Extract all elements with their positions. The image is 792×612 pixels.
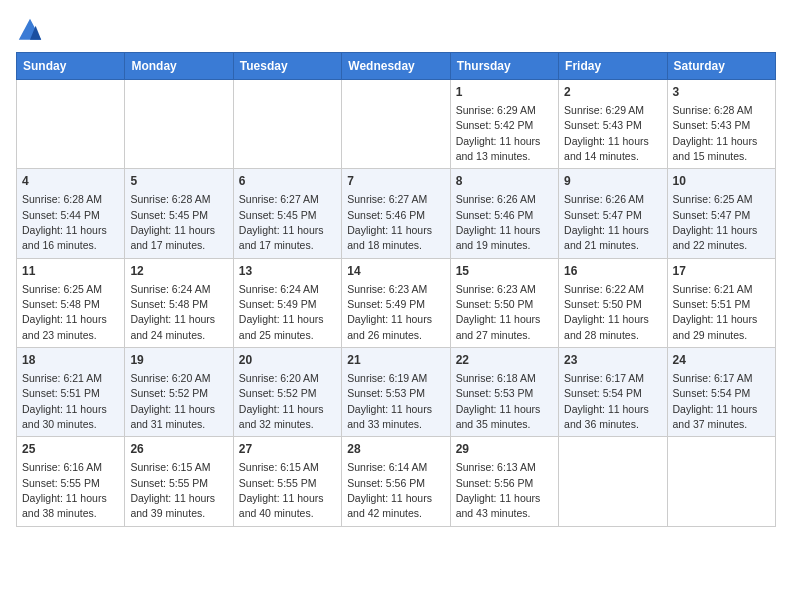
day-number: 4 [22,173,119,190]
header [16,16,776,44]
calendar-cell: 17Sunrise: 6:21 AMSunset: 5:51 PMDayligh… [667,258,775,347]
day-number: 22 [456,352,553,369]
calendar-cell: 24Sunrise: 6:17 AMSunset: 5:54 PMDayligh… [667,348,775,437]
calendar-cell: 18Sunrise: 6:21 AMSunset: 5:51 PMDayligh… [17,348,125,437]
day-number: 21 [347,352,444,369]
calendar-cell: 2Sunrise: 6:29 AMSunset: 5:43 PMDaylight… [559,80,667,169]
calendar-cell: 7Sunrise: 6:27 AMSunset: 5:46 PMDaylight… [342,169,450,258]
calendar-cell: 9Sunrise: 6:26 AMSunset: 5:47 PMDaylight… [559,169,667,258]
day-number: 7 [347,173,444,190]
calendar-cell [559,437,667,526]
day-info: Sunrise: 6:13 AMSunset: 5:56 PMDaylight:… [456,461,541,519]
day-number: 28 [347,441,444,458]
day-info: Sunrise: 6:24 AMSunset: 5:49 PMDaylight:… [239,283,324,341]
calendar-cell: 22Sunrise: 6:18 AMSunset: 5:53 PMDayligh… [450,348,558,437]
day-info: Sunrise: 6:25 AMSunset: 5:47 PMDaylight:… [673,193,758,251]
day-number: 26 [130,441,227,458]
day-number: 12 [130,263,227,280]
day-info: Sunrise: 6:27 AMSunset: 5:45 PMDaylight:… [239,193,324,251]
day-number: 6 [239,173,336,190]
calendar-cell: 5Sunrise: 6:28 AMSunset: 5:45 PMDaylight… [125,169,233,258]
calendar-header-row: SundayMondayTuesdayWednesdayThursdayFrid… [17,53,776,80]
day-info: Sunrise: 6:17 AMSunset: 5:54 PMDaylight:… [564,372,649,430]
calendar-cell: 8Sunrise: 6:26 AMSunset: 5:46 PMDaylight… [450,169,558,258]
day-header-sunday: Sunday [17,53,125,80]
day-info: Sunrise: 6:29 AMSunset: 5:42 PMDaylight:… [456,104,541,162]
day-info: Sunrise: 6:17 AMSunset: 5:54 PMDaylight:… [673,372,758,430]
day-info: Sunrise: 6:20 AMSunset: 5:52 PMDaylight:… [130,372,215,430]
calendar-week-row: 4Sunrise: 6:28 AMSunset: 5:44 PMDaylight… [17,169,776,258]
day-number: 10 [673,173,770,190]
calendar-cell: 10Sunrise: 6:25 AMSunset: 5:47 PMDayligh… [667,169,775,258]
day-header-thursday: Thursday [450,53,558,80]
day-info: Sunrise: 6:26 AMSunset: 5:47 PMDaylight:… [564,193,649,251]
day-number: 23 [564,352,661,369]
day-number: 25 [22,441,119,458]
calendar-week-row: 25Sunrise: 6:16 AMSunset: 5:55 PMDayligh… [17,437,776,526]
day-number: 17 [673,263,770,280]
day-number: 18 [22,352,119,369]
calendar-cell: 1Sunrise: 6:29 AMSunset: 5:42 PMDaylight… [450,80,558,169]
day-info: Sunrise: 6:28 AMSunset: 5:43 PMDaylight:… [673,104,758,162]
day-number: 29 [456,441,553,458]
day-number: 3 [673,84,770,101]
calendar-cell: 13Sunrise: 6:24 AMSunset: 5:49 PMDayligh… [233,258,341,347]
day-number: 15 [456,263,553,280]
day-info: Sunrise: 6:28 AMSunset: 5:45 PMDaylight:… [130,193,215,251]
calendar-cell [667,437,775,526]
calendar-cell: 3Sunrise: 6:28 AMSunset: 5:43 PMDaylight… [667,80,775,169]
day-info: Sunrise: 6:24 AMSunset: 5:48 PMDaylight:… [130,283,215,341]
day-info: Sunrise: 6:15 AMSunset: 5:55 PMDaylight:… [239,461,324,519]
day-info: Sunrise: 6:18 AMSunset: 5:53 PMDaylight:… [456,372,541,430]
calendar-cell: 16Sunrise: 6:22 AMSunset: 5:50 PMDayligh… [559,258,667,347]
day-number: 1 [456,84,553,101]
calendar-cell: 11Sunrise: 6:25 AMSunset: 5:48 PMDayligh… [17,258,125,347]
logo-icon [16,16,44,44]
day-header-friday: Friday [559,53,667,80]
day-number: 27 [239,441,336,458]
calendar-cell: 28Sunrise: 6:14 AMSunset: 5:56 PMDayligh… [342,437,450,526]
calendar-cell: 15Sunrise: 6:23 AMSunset: 5:50 PMDayligh… [450,258,558,347]
day-info: Sunrise: 6:16 AMSunset: 5:55 PMDaylight:… [22,461,107,519]
day-info: Sunrise: 6:23 AMSunset: 5:49 PMDaylight:… [347,283,432,341]
day-number: 9 [564,173,661,190]
calendar-cell: 27Sunrise: 6:15 AMSunset: 5:55 PMDayligh… [233,437,341,526]
calendar-cell: 19Sunrise: 6:20 AMSunset: 5:52 PMDayligh… [125,348,233,437]
calendar-cell: 25Sunrise: 6:16 AMSunset: 5:55 PMDayligh… [17,437,125,526]
day-number: 8 [456,173,553,190]
calendar-cell: 29Sunrise: 6:13 AMSunset: 5:56 PMDayligh… [450,437,558,526]
day-header-tuesday: Tuesday [233,53,341,80]
day-info: Sunrise: 6:22 AMSunset: 5:50 PMDaylight:… [564,283,649,341]
calendar-cell: 6Sunrise: 6:27 AMSunset: 5:45 PMDaylight… [233,169,341,258]
calendar-cell [342,80,450,169]
day-number: 19 [130,352,227,369]
day-header-monday: Monday [125,53,233,80]
day-info: Sunrise: 6:20 AMSunset: 5:52 PMDaylight:… [239,372,324,430]
day-header-saturday: Saturday [667,53,775,80]
day-number: 11 [22,263,119,280]
day-info: Sunrise: 6:15 AMSunset: 5:55 PMDaylight:… [130,461,215,519]
calendar-cell: 20Sunrise: 6:20 AMSunset: 5:52 PMDayligh… [233,348,341,437]
calendar-cell: 21Sunrise: 6:19 AMSunset: 5:53 PMDayligh… [342,348,450,437]
day-info: Sunrise: 6:19 AMSunset: 5:53 PMDaylight:… [347,372,432,430]
day-number: 5 [130,173,227,190]
day-info: Sunrise: 6:21 AMSunset: 5:51 PMDaylight:… [22,372,107,430]
calendar-cell: 4Sunrise: 6:28 AMSunset: 5:44 PMDaylight… [17,169,125,258]
day-info: Sunrise: 6:25 AMSunset: 5:48 PMDaylight:… [22,283,107,341]
calendar-week-row: 1Sunrise: 6:29 AMSunset: 5:42 PMDaylight… [17,80,776,169]
day-info: Sunrise: 6:23 AMSunset: 5:50 PMDaylight:… [456,283,541,341]
day-info: Sunrise: 6:28 AMSunset: 5:44 PMDaylight:… [22,193,107,251]
calendar-cell [125,80,233,169]
calendar-week-row: 18Sunrise: 6:21 AMSunset: 5:51 PMDayligh… [17,348,776,437]
day-number: 20 [239,352,336,369]
calendar-cell: 12Sunrise: 6:24 AMSunset: 5:48 PMDayligh… [125,258,233,347]
day-number: 24 [673,352,770,369]
day-number: 2 [564,84,661,101]
calendar-cell: 23Sunrise: 6:17 AMSunset: 5:54 PMDayligh… [559,348,667,437]
calendar-table: SundayMondayTuesdayWednesdayThursdayFrid… [16,52,776,527]
calendar-week-row: 11Sunrise: 6:25 AMSunset: 5:48 PMDayligh… [17,258,776,347]
day-info: Sunrise: 6:14 AMSunset: 5:56 PMDaylight:… [347,461,432,519]
day-info: Sunrise: 6:29 AMSunset: 5:43 PMDaylight:… [564,104,649,162]
logo [16,16,48,44]
calendar-cell: 26Sunrise: 6:15 AMSunset: 5:55 PMDayligh… [125,437,233,526]
